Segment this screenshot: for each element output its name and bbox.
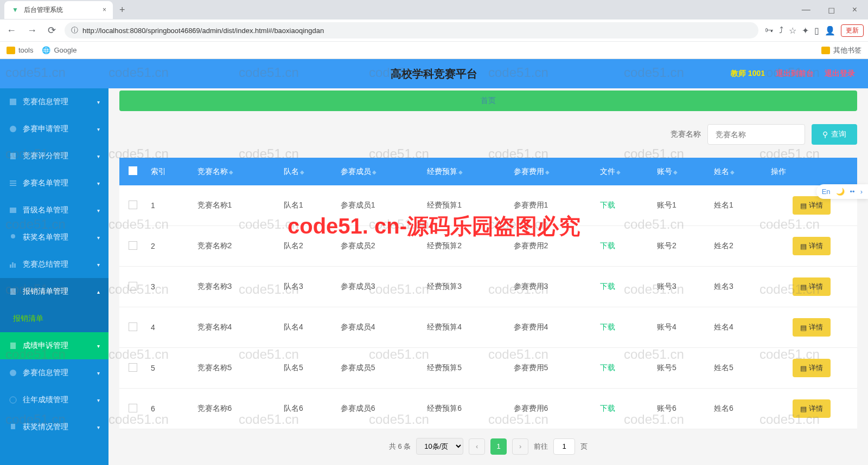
download-link[interactable]: 下载 [600, 241, 615, 250]
detail-icon: ▤ [800, 202, 807, 210]
vue-favicon-icon: ▼ [11, 5, 20, 14]
download-link[interactable]: 下载 [600, 282, 615, 290]
sidebar-item-summary[interactable]: 竞赛总结管理 ▾ [0, 251, 108, 278]
goto-page-input[interactable] [553, 438, 575, 455]
exit-front-link[interactable]: 退出到前台 [776, 69, 814, 79]
sidebar-item-reimburse[interactable]: 报销清单管理 ▴ [0, 278, 108, 305]
svg-rect-15 [11, 424, 15, 429]
header-budget[interactable]: 经费预算◆ [423, 158, 509, 185]
search-input[interactable] [707, 124, 805, 145]
detail-button[interactable]: ▤ 详情 [793, 359, 831, 377]
url-bar[interactable]: ⓘ http://localhost:8080/springboot46869/… [65, 22, 758, 38]
back-button[interactable]: ← [4, 23, 18, 38]
breadcrumb-home[interactable]: 首页 [481, 96, 496, 106]
sidebar-item-appeal[interactable]: 成绩申诉管理 ▾ [0, 332, 108, 359]
page-1-button[interactable]: 1 [490, 438, 507, 455]
download-link[interactable]: 下载 [600, 322, 615, 331]
detail-button[interactable]: ▤ 详情 [793, 196, 831, 215]
bookmark-tools[interactable]: tools [7, 46, 33, 54]
lang-toggle[interactable]: En [822, 188, 831, 196]
svg-point-14 [10, 397, 16, 403]
sidebar-item-promotion[interactable]: 晋级名单管理 ▾ [0, 197, 108, 224]
svg-rect-3 [10, 180, 16, 182]
row-checkbox[interactable] [129, 363, 137, 372]
reload-button[interactable]: ⟳ [46, 22, 58, 38]
detail-button[interactable]: ▤ 详情 [793, 399, 831, 418]
sidebar-sub-reimburse-list[interactable]: 报销清单 [0, 305, 108, 332]
sidebar-item-contest-info[interactable]: 竞赛信息管理 ▾ [0, 88, 108, 115]
new-tab-button[interactable]: + [113, 4, 132, 16]
close-tab-icon[interactable]: × [103, 6, 106, 14]
profile-icon[interactable]: 👤 [825, 25, 835, 36]
more-toggle[interactable]: •• [850, 188, 855, 196]
sidebar-item-contest-data[interactable]: 参赛信息管理 ▾ [0, 359, 108, 386]
header-index[interactable]: 索引 [146, 158, 193, 185]
sidebar-item-history[interactable]: 往年成绩管理 ▾ [0, 386, 108, 414]
header-name[interactable]: 竞赛名称◆ [193, 158, 279, 185]
reader-icon[interactable]: ▯ [814, 25, 819, 36]
row-checkbox[interactable] [129, 404, 137, 412]
folder-icon [7, 47, 15, 54]
download-link[interactable]: 下载 [600, 201, 615, 209]
row-checkbox[interactable] [129, 322, 137, 331]
select-all-checkbox[interactable] [129, 166, 137, 175]
header-file[interactable]: 文件◆ [596, 158, 653, 185]
cell-person: 姓名1 [710, 185, 767, 226]
sidebar-item-participants[interactable]: 参赛名单管理 ▾ [0, 170, 108, 197]
pagination: 共 6 条 10条/页 ‹ 1 › 前往 页 [119, 429, 857, 463]
header-team[interactable]: 队名◆ [279, 158, 336, 185]
award-icon [9, 233, 17, 242]
star-icon[interactable]: ☆ [789, 25, 796, 36]
logout-link[interactable]: 退出登录 [825, 69, 855, 79]
url-text: http://localhost:8080/springboot46869/ad… [82, 27, 324, 35]
minimize-icon[interactable]: — [797, 3, 815, 17]
share-icon[interactable]: ⤴ [779, 25, 783, 35]
row-checkbox[interactable] [129, 282, 137, 290]
header-fee[interactable]: 参赛费用◆ [509, 158, 596, 185]
breadcrumb-bar: 首页 [119, 91, 857, 111]
close-window-icon[interactable]: × [848, 3, 861, 17]
theme-toggle[interactable]: 🌙 [836, 188, 845, 196]
chevron-down-icon: ▾ [97, 99, 100, 105]
update-button[interactable]: 更新 [841, 24, 864, 37]
detail-button[interactable]: ▤ 详情 [793, 277, 831, 296]
next-page-button[interactable]: › [512, 438, 528, 455]
header-person[interactable]: 姓名◆ [710, 158, 767, 185]
extensions-icon[interactable]: ✦ [802, 25, 809, 36]
cell-team: 队名4 [279, 307, 336, 348]
header-members[interactable]: 参赛成员◆ [336, 158, 423, 185]
row-checkbox[interactable] [129, 201, 137, 209]
cell-name: 竞赛名称5 [193, 348, 279, 389]
main-layout: 竞赛信息管理 ▾ 参赛申请管理 ▾ 竞赛评分管理 ▾ 参赛名单管理 ▾ 晋级名单… [0, 88, 868, 465]
svg-rect-4 [10, 183, 16, 184]
maximize-icon[interactable]: ◻ [824, 3, 839, 17]
detail-button[interactable]: ▤ 详情 [793, 237, 831, 255]
forward-button[interactable]: → [25, 23, 39, 38]
search-button[interactable]: ⚲ 查询 [812, 124, 857, 145]
search-bar: 竞赛名称 ⚲ 查询 [119, 124, 857, 145]
detail-button[interactable]: ▤ 详情 [793, 318, 831, 337]
table-row: 6 竞赛名称6 队名6 参赛成员6 经费预算6 参赛费用6 下载 账号6 姓名6… [119, 389, 857, 429]
page-size-select[interactable]: 10条/页 [416, 438, 463, 455]
sidebar-item-score[interactable]: 竞赛评分管理 ▾ [0, 143, 108, 170]
password-icon[interactable]: 🗝 [765, 25, 774, 35]
download-link[interactable]: 下载 [600, 404, 615, 412]
cell-members: 参赛成员4 [336, 307, 423, 348]
sidebar-item-award[interactable]: 获奖名单管理 ▾ [0, 224, 108, 251]
sidebar-item-apply[interactable]: 参赛申请管理 ▾ [0, 115, 108, 143]
cell-account: 账号6 [653, 389, 710, 429]
bookmark-google[interactable]: 🌐 Google [42, 46, 76, 54]
prev-page-button[interactable]: ‹ [469, 438, 485, 455]
expand-toggle[interactable]: › [860, 188, 863, 196]
sidebar-item-awards-history[interactable]: 获奖情况管理 ▾ [0, 414, 108, 441]
download-link[interactable]: 下载 [600, 363, 615, 372]
row-checkbox[interactable] [129, 241, 137, 250]
cell-fee: 参赛费用1 [509, 185, 596, 226]
header-account[interactable]: 账号◆ [653, 158, 710, 185]
tab-title: 后台管理系统 [24, 5, 63, 15]
cell-name: 竞赛名称1 [193, 185, 279, 226]
chevron-down-icon: ▾ [97, 153, 100, 159]
nav-bar: ← → ⟳ ⓘ http://localhost:8080/springboot… [0, 20, 868, 41]
browser-tab[interactable]: ▼ 后台管理系统 × [4, 1, 113, 19]
other-bookmarks[interactable]: 其他书签 [821, 46, 861, 55]
